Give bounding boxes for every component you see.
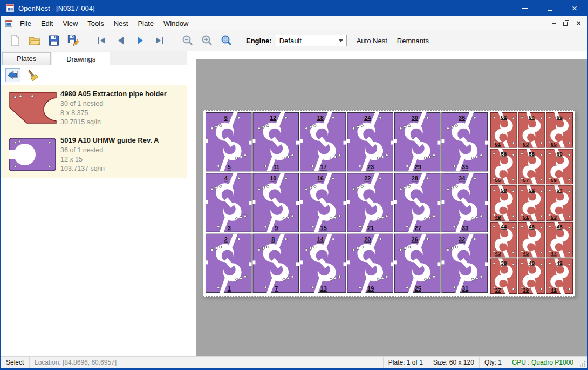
nest-part-pair[interactable]: 5655 (490, 149, 517, 185)
nest-part-pair[interactable]: 4443 (490, 222, 517, 258)
nest-part-pair[interactable]: 2827 (394, 173, 441, 232)
resize-grip[interactable] (578, 357, 587, 368)
nest-part-pair[interactable]: 6665 (546, 112, 573, 148)
nest-part-pair[interactable]: 6261 (490, 112, 517, 148)
document-icon[interactable] (5, 19, 13, 28)
nest-part-pair[interactable]: 109 (252, 173, 299, 232)
part-number: 57 (523, 177, 529, 183)
part-number: 39 (523, 287, 529, 293)
save-button[interactable] (45, 32, 63, 49)
status-plate-size: Size: 60 x 120 (428, 359, 479, 366)
part-number: 1 (228, 285, 231, 292)
menu-file[interactable]: File (15, 17, 36, 30)
save-as-button[interactable] (65, 32, 82, 49)
part-number: 14 (317, 236, 324, 243)
part-number: 49 (495, 214, 501, 220)
part-pair-shape (206, 173, 252, 232)
zoom-out-button[interactable] (179, 32, 196, 49)
nest-part-pair[interactable]: 2625 (394, 234, 441, 293)
menu-tools[interactable]: Tools (83, 17, 108, 30)
part-number: 8 (271, 236, 275, 243)
part-number: 52 (529, 187, 535, 193)
nest-part-pair[interactable]: 2019 (347, 234, 393, 293)
part-number: 25 (415, 285, 421, 292)
nav-next-icon (134, 34, 147, 47)
nav-last-icon (153, 34, 166, 47)
nest-part-pair[interactable]: 4241 (546, 258, 573, 294)
menu-view[interactable]: View (58, 17, 83, 30)
nest-part-pair[interactable]: 1413 (300, 234, 346, 293)
nest-plate[interactable]: 6512111817242330293635431091615222128273… (203, 110, 575, 297)
tab-plates[interactable]: Plates (2, 52, 51, 65)
nav-first-button[interactable] (93, 32, 110, 49)
nest-part-pair[interactable]: 65 (206, 112, 252, 171)
nest-part-pair[interactable]: 6463 (518, 112, 545, 148)
nest-part-pair[interactable]: 3433 (441, 173, 488, 232)
zoom-in-button[interactable] (199, 32, 216, 49)
drawing-list-item[interactable]: 4980 A05 Extraction pipe holder 30 of 1 … (1, 85, 187, 131)
part-number: 30 (412, 115, 418, 121)
nest-part-pair[interactable]: 5251 (518, 185, 545, 221)
panel-toolbar (1, 65, 187, 85)
blue-arrow-left-icon (7, 69, 19, 81)
nest-part-pair[interactable]: 4039 (518, 258, 545, 294)
drawing-list-item[interactable]: 5019 A10 UHMW guide Rev. A 36 of 1 neste… (1, 131, 187, 178)
zoom-out-icon (181, 34, 194, 47)
return-drawing-button[interactable] (5, 68, 20, 82)
zoom-fit-icon (220, 34, 233, 47)
mdi-restore-button[interactable] (560, 17, 572, 29)
tab-drawings[interactable]: Drawings (52, 52, 110, 65)
title-bar[interactable]: OpenNest - [N0317-004] × (1, 0, 587, 16)
new-document-icon (9, 34, 22, 47)
mdi-close-button[interactable]: × (572, 17, 585, 29)
part-number: 58 (529, 151, 535, 157)
nest-part-pair[interactable]: 43 (206, 173, 252, 232)
nest-part-pair[interactable]: 5857 (518, 149, 545, 185)
menu-nest[interactable]: Nest (109, 17, 133, 30)
part-number: 16 (317, 175, 324, 181)
nest-part-pair[interactable]: 4645 (518, 222, 545, 258)
auto-nest-button[interactable]: Auto Nest (357, 37, 387, 45)
part-number: 27 (415, 225, 421, 231)
main-toolbar: Engine: Default Auto Nest Remnants (1, 30, 587, 51)
engine-select[interactable]: Default (276, 35, 347, 46)
nest-part-pair[interactable]: 3029 (394, 112, 441, 171)
nest-part-pair[interactable]: 21 (206, 234, 252, 293)
nav-last-button[interactable] (151, 32, 168, 49)
nest-part-pair[interactable]: 3635 (441, 112, 488, 171)
nest-part-pair[interactable]: 1615 (300, 173, 346, 232)
nest-part-pair[interactable]: 3231 (441, 234, 488, 293)
minimize-button[interactable] (512, 0, 537, 16)
engine-label: Engine: (246, 37, 272, 45)
menu-window[interactable]: Window (159, 17, 193, 30)
nest-part-pair[interactable]: 1817 (300, 112, 346, 171)
drawing-size: 8 x 8.375 (60, 109, 167, 118)
nest-part-pair[interactable]: 3837 (490, 258, 517, 294)
nav-previous-button[interactable] (112, 32, 129, 49)
nest-part-pair[interactable]: 2423 (347, 112, 393, 171)
close-button[interactable]: × (562, 0, 587, 16)
zoom-fit-button[interactable] (218, 32, 235, 49)
menu-edit[interactable]: Edit (36, 17, 58, 30)
part-number: 50 (501, 187, 507, 193)
open-button[interactable] (26, 32, 43, 49)
nest-part-pair[interactable]: 1211 (252, 112, 299, 171)
part-pair-shape (394, 234, 441, 293)
part-number: 45 (523, 250, 529, 256)
maximize-button[interactable] (537, 0, 562, 16)
nest-part-pair[interactable]: 4847 (546, 222, 573, 258)
nest-part-pair[interactable]: 87 (252, 234, 299, 293)
mdi-minimize-button[interactable] (548, 17, 560, 29)
remnants-button[interactable]: Remnants (397, 37, 429, 45)
nest-part-pair[interactable]: 6059 (546, 149, 573, 185)
part-number: 51 (523, 214, 529, 220)
clean-button[interactable] (25, 68, 40, 82)
nest-part-pair[interactable]: 5453 (546, 185, 573, 221)
nav-next-button[interactable] (132, 32, 149, 49)
new-document-button[interactable] (6, 32, 24, 49)
menu-plate[interactable]: Plate (133, 17, 159, 30)
broom-icon (26, 69, 38, 81)
nest-viewport[interactable]: 6512111817242330293635431091615222128273… (196, 59, 587, 356)
nest-part-pair[interactable]: 5049 (490, 185, 517, 221)
nest-part-pair[interactable]: 2221 (347, 173, 393, 232)
